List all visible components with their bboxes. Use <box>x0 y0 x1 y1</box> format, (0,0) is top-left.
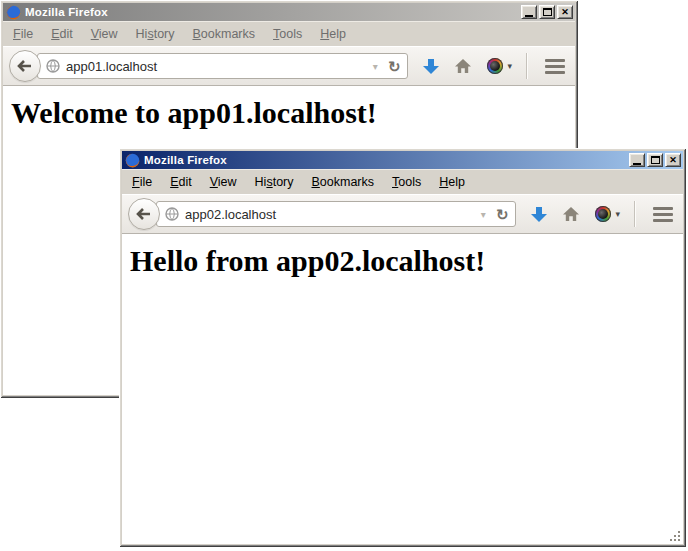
menu-bar: FileEditViewHistoryBookmarksToolsHelp <box>122 169 683 194</box>
menu-item-tools[interactable]: Tools <box>384 173 429 191</box>
firefox-logo-icon <box>6 5 21 20</box>
back-button[interactable] <box>128 198 160 230</box>
reload-icon[interactable]: ↻ <box>385 59 404 74</box>
menu-item-edit[interactable]: Edit <box>162 173 200 191</box>
home-icon[interactable] <box>562 206 580 222</box>
url-input[interactable]: app01.localhost <box>66 59 366 74</box>
menu-item-edit[interactable]: Edit <box>43 25 81 43</box>
page-heading: Welcome to app01.localhost! <box>11 96 575 130</box>
navigation-toolbar: app02.localhost ▾ ↻ ▾ <box>122 194 683 234</box>
url-bar[interactable]: app02.localhost ▾ ↻ <box>156 201 516 227</box>
download-icon[interactable] <box>423 59 439 74</box>
search-engine-icon[interactable]: ▾ <box>487 58 512 74</box>
close-button[interactable]: ✕ <box>665 153 681 167</box>
titlebar[interactable]: Mozilla Firefox ✕ <box>122 151 683 169</box>
maximize-button[interactable] <box>647 153 663 167</box>
close-icon: ✕ <box>561 8 569 17</box>
search-dropdown-icon: ▾ <box>615 209 620 219</box>
url-dropdown-icon[interactable]: ▾ <box>366 61 385 72</box>
menu-item-bookmarks[interactable]: Bookmarks <box>304 173 383 191</box>
maximize-icon <box>651 156 660 164</box>
menu-item-file[interactable]: File <box>5 25 41 43</box>
minimize-icon <box>525 15 533 17</box>
search-dropdown-icon: ▾ <box>507 61 512 71</box>
toolbar-separator <box>634 201 635 227</box>
toolbar-separator <box>526 53 527 79</box>
minimize-button[interactable] <box>521 5 537 19</box>
globe-icon[interactable] <box>46 59 60 73</box>
page-heading: Hello from app02.localhost! <box>130 244 683 278</box>
url-dropdown-icon[interactable]: ▾ <box>474 209 493 220</box>
titlebar[interactable]: Mozilla Firefox ✕ <box>3 3 575 21</box>
search-engine-icon[interactable]: ▾ <box>595 206 620 222</box>
window-title: Mozilla Firefox <box>25 6 521 18</box>
resize-grip[interactable] <box>667 528 681 542</box>
menu-item-tools[interactable]: Tools <box>265 25 310 43</box>
window-title: Mozilla Firefox <box>144 154 629 166</box>
url-input[interactable]: app02.localhost <box>185 207 474 222</box>
minimize-button[interactable] <box>629 153 645 167</box>
reload-icon[interactable]: ↻ <box>493 207 512 222</box>
maximize-button[interactable] <box>539 5 555 19</box>
download-icon[interactable] <box>531 207 547 222</box>
menu-item-view[interactable]: View <box>202 173 245 191</box>
close-icon: ✕ <box>669 156 677 165</box>
menu-item-help[interactable]: Help <box>312 25 354 43</box>
menu-item-view[interactable]: View <box>83 25 126 43</box>
search-lens-icon <box>595 206 611 222</box>
back-arrow-icon <box>17 60 33 72</box>
globe-icon[interactable] <box>165 207 179 221</box>
menu-item-history[interactable]: History <box>247 173 302 191</box>
search-lens-icon <box>487 58 503 74</box>
maximize-icon <box>543 8 552 16</box>
url-bar[interactable]: app01.localhost ▾ ↻ <box>37 53 408 79</box>
back-arrow-icon <box>136 208 152 220</box>
home-icon[interactable] <box>454 58 472 74</box>
firefox-window-app02: Mozilla Firefox ✕ FileEditViewHistoryBoo… <box>119 148 686 547</box>
menu-bar: FileEditViewHistoryBookmarksToolsHelp <box>3 21 575 46</box>
menu-item-help[interactable]: Help <box>431 173 473 191</box>
page-content: Hello from app02.localhost! <box>122 234 683 544</box>
minimize-icon <box>633 163 641 165</box>
back-button[interactable] <box>9 50 41 82</box>
menu-hamburger-icon[interactable] <box>543 55 567 78</box>
menu-item-file[interactable]: File <box>124 173 160 191</box>
firefox-logo-icon <box>125 153 140 168</box>
menu-item-bookmarks[interactable]: Bookmarks <box>185 25 264 43</box>
menu-hamburger-icon[interactable] <box>651 203 675 226</box>
close-button[interactable]: ✕ <box>557 5 573 19</box>
navigation-toolbar: app01.localhost ▾ ↻ ▾ <box>3 46 575 86</box>
menu-item-history[interactable]: History <box>128 25 183 43</box>
